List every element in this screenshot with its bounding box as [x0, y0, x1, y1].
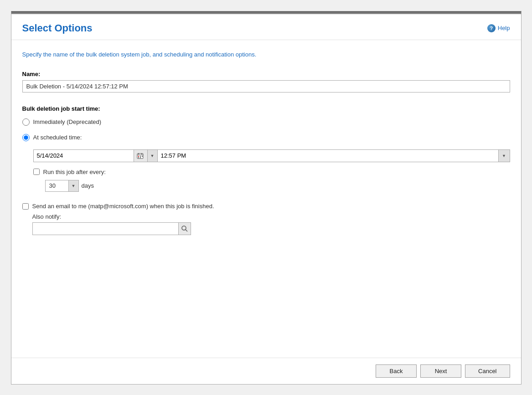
run-job-checkbox[interactable]	[33, 169, 40, 175]
chevron-down-icon: ▼	[150, 154, 155, 158]
svg-point-9	[182, 226, 186, 230]
email-notification-row: Send an email to me (matp@microsoft.com)…	[22, 203, 510, 210]
also-notify-label: Also notify:	[32, 213, 510, 220]
search-icon	[181, 225, 188, 232]
description-text: Specify the name of the bulk deletion sy…	[22, 51, 510, 58]
cancel-button[interactable]: Cancel	[465, 364, 510, 378]
next-button[interactable]: Next	[420, 364, 461, 378]
svg-line-10	[186, 230, 187, 231]
time-input[interactable]	[157, 149, 498, 162]
svg-rect-7	[138, 157, 139, 158]
name-label: Name:	[22, 71, 510, 77]
help-label: Help	[498, 25, 510, 31]
help-icon: ?	[487, 24, 496, 32]
time-chevron-icon: ▼	[502, 154, 506, 158]
scheduled-datetime-row: ▼ ▼	[33, 149, 510, 162]
days-chevron-icon: ▼	[72, 184, 76, 188]
dialog: Select Options ? Help Specify the name o…	[11, 11, 522, 385]
radio-scheduled-label: At scheduled time:	[33, 134, 82, 141]
days-row: ▼ days	[45, 180, 510, 192]
svg-rect-8	[140, 157, 141, 158]
email-notify-label: Send an email to me (matp@microsoft.com)…	[32, 203, 214, 210]
notify-input-row	[32, 222, 510, 235]
days-dropdown-button[interactable]: ▼	[68, 180, 78, 191]
dialog-body: Specify the name of the bulk deletion sy…	[11, 40, 521, 358]
days-unit-label: days	[82, 182, 94, 189]
radio-immediately-label: Immediately (Deprecated)	[33, 118, 102, 125]
radio-immediately-option: Immediately (Deprecated)	[22, 118, 510, 126]
svg-rect-5	[140, 156, 141, 157]
page-title: Select Options	[22, 22, 93, 34]
calendar-icon	[137, 153, 144, 159]
days-select-wrapper: ▼	[45, 180, 79, 192]
run-job-label: Run this job after every:	[43, 169, 106, 175]
radio-scheduled[interactable]	[22, 134, 30, 141]
days-value-input[interactable]	[46, 180, 68, 191]
email-notify-checkbox[interactable]	[22, 203, 29, 210]
dialog-header: Select Options ? Help	[11, 14, 521, 40]
svg-rect-6	[142, 156, 143, 157]
notify-search-button[interactable]	[178, 222, 191, 235]
name-input[interactable]	[22, 80, 510, 92]
dialog-footer: Back Next Cancel	[11, 358, 521, 384]
run-job-row: Run this job after every:	[33, 169, 510, 175]
radio-scheduled-option: At scheduled time:	[22, 134, 510, 141]
radio-immediately[interactable]	[22, 118, 30, 126]
start-time-label: Bulk deletion job start time:	[22, 105, 510, 112]
date-dropdown-button[interactable]: ▼	[147, 149, 157, 162]
time-dropdown-button[interactable]: ▼	[498, 149, 510, 162]
help-link[interactable]: ? Help	[487, 24, 510, 32]
calendar-button[interactable]	[134, 149, 147, 162]
also-notify-input[interactable]	[32, 222, 178, 235]
svg-rect-4	[138, 156, 139, 157]
date-input[interactable]	[33, 149, 134, 162]
back-button[interactable]: Back	[376, 364, 417, 378]
